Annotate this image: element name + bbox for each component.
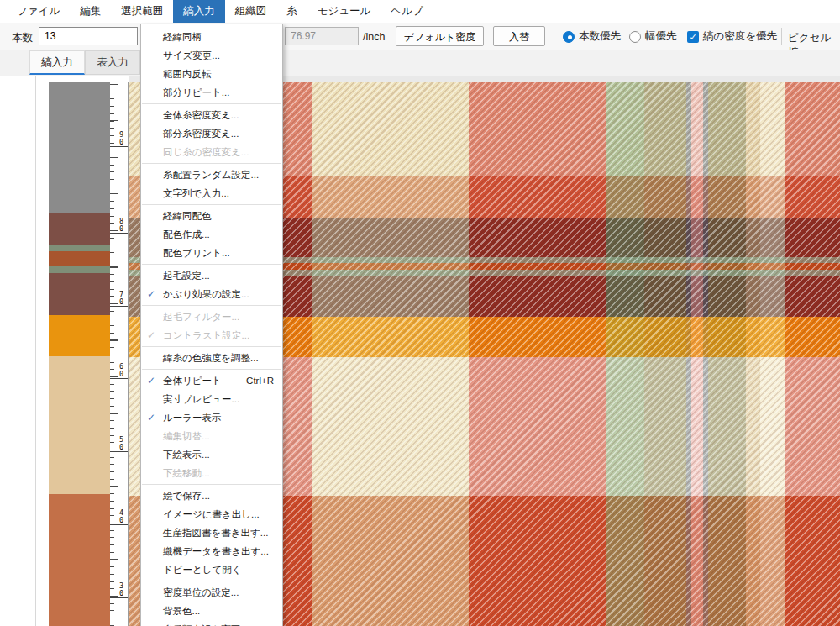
- content-area: 9 08 07 06 05 04 03 0: [0, 76, 840, 626]
- thread-stripe[interactable]: [49, 82, 110, 213]
- menu-item-label: 起毛フィルター...: [163, 312, 239, 322]
- menu-item[interactable]: 配色作成...: [141, 225, 282, 244]
- menu-item[interactable]: 密度単位の設定...: [141, 583, 282, 602]
- menu-item[interactable]: 生産指図書を書き出す...: [141, 523, 282, 542]
- tab-bar: 縞入力表入力: [0, 50, 840, 76]
- menu-separator: [142, 346, 281, 347]
- checkbox-stripe-density-label: 縞の密度を優先: [703, 29, 777, 44]
- ruler-major-tick: [110, 524, 128, 525]
- menu-item-label: 全体糸密度変え...: [163, 110, 239, 120]
- menu-item: 下絵移動...: [141, 464, 282, 482]
- radio-on-icon[interactable]: [563, 31, 575, 43]
- menu-item[interactable]: 全体糸密度変え...: [141, 106, 282, 124]
- menu-item-label: 配色プリント...: [163, 248, 230, 258]
- menu-item[interactable]: 部分リピート...: [141, 83, 282, 102]
- menu-item[interactable]: 範囲内反転: [141, 65, 282, 83]
- menu-item[interactable]: 経緯同配色: [141, 207, 282, 225]
- menu-separator: [142, 305, 281, 306]
- menu-item[interactable]: 背景色...: [141, 602, 282, 620]
- ruler-label: 4 0: [118, 509, 125, 523]
- menubar-item[interactable]: 編集: [70, 0, 111, 23]
- menu-item-label: 生産指図書を書き出す...: [163, 528, 268, 538]
- menu-item-label: ドビーとして開く: [163, 565, 242, 575]
- menu-item[interactable]: 実寸プレビュー...: [141, 390, 282, 408]
- menu-item[interactable]: 織機データを書き出す...: [141, 542, 282, 560]
- menubar-item[interactable]: ヘルプ: [381, 0, 433, 23]
- menu-item[interactable]: 糸種類表記を変更...: [141, 620, 282, 626]
- ruler-label: 7 0: [118, 291, 125, 305]
- menu-item-label: ルーラー表示: [163, 413, 222, 423]
- menu-item[interactable]: イメージに書き出し...: [141, 505, 282, 523]
- ruler-label: 9 0: [118, 131, 125, 145]
- radio-width-priority[interactable]: 幅優先: [629, 29, 677, 44]
- radio-count-priority[interactable]: 本数優先: [563, 29, 621, 44]
- ruler-major-tick: [110, 451, 128, 452]
- menubar-item[interactable]: モジュール: [307, 0, 381, 23]
- menu-separator: [142, 204, 281, 205]
- menu-separator: [142, 103, 281, 104]
- menu-item-label: 部分糸密度変え...: [163, 129, 239, 139]
- menubar-item[interactable]: 縞入力: [173, 0, 225, 23]
- tab-stripe-input[interactable]: 縞入力: [29, 50, 85, 75]
- menu-item-label: 絵で保存...: [163, 491, 210, 501]
- menu-item[interactable]: ✓ルーラー表示: [141, 408, 282, 427]
- menu-item[interactable]: 下絵表示...: [141, 445, 282, 464]
- thread-stripe[interactable]: [49, 315, 110, 356]
- menubar-item[interactable]: 組織図: [225, 0, 277, 23]
- menu-separator: [142, 369, 281, 370]
- swap-button[interactable]: 入替: [493, 26, 545, 46]
- checkbox-checked-icon[interactable]: ✓: [687, 31, 699, 43]
- default-density-button[interactable]: デフォルト密度: [396, 26, 484, 46]
- menu-item: 同じ糸の密度変え...: [141, 143, 282, 161]
- menu-item-label: 経緯同配色: [163, 211, 212, 221]
- ruler-label: 8 0: [118, 218, 125, 232]
- thread-stripe[interactable]: [49, 273, 110, 315]
- menu-separator: [142, 264, 281, 265]
- checkbox-stripe-density[interactable]: ✓ 縞の密度を優先: [687, 29, 777, 44]
- density-input: [285, 27, 359, 45]
- menu-item[interactable]: ✓かぶり効果の設定...: [141, 285, 282, 303]
- weft-thread-column[interactable]: [49, 82, 110, 626]
- menu-item-label: 部分リピート...: [163, 87, 229, 97]
- menu-item-label: イメージに書き出し...: [163, 509, 260, 519]
- menu-item[interactable]: サイズ変更...: [141, 46, 282, 65]
- menu-item-label: 密度単位の設定...: [163, 587, 239, 597]
- menu-item[interactable]: 起毛設定...: [141, 266, 282, 285]
- menu-item[interactable]: 配色プリント...: [141, 244, 282, 262]
- menu-item[interactable]: 部分糸密度変え...: [141, 124, 282, 143]
- radio-off-icon[interactable]: [629, 31, 641, 43]
- thread-stripe[interactable]: [49, 356, 110, 494]
- menu-item[interactable]: 経緯同柄: [141, 28, 282, 46]
- ruler-major-tick: [110, 233, 128, 234]
- menu-item-label: 糸配置ランダム設定...: [163, 170, 259, 180]
- toolbar-separator: [781, 28, 782, 45]
- menu-item[interactable]: 糸配置ランダム設定...: [141, 166, 282, 184]
- menubar-item[interactable]: 選択範囲: [111, 0, 173, 23]
- stripe-input-menu: 経緯同柄サイズ変更...範囲内反転部分リピート...全体糸密度変え...部分糸密…: [140, 24, 283, 626]
- menu-item: 編集切替...: [141, 427, 282, 445]
- menu-item-label: 織機データを書き出す...: [163, 546, 269, 556]
- thread-stripe[interactable]: [49, 494, 110, 626]
- ruler-major-tick: [110, 597, 128, 598]
- thread-stripe[interactable]: [49, 251, 110, 266]
- tab-table-input[interactable]: 表入力: [85, 50, 140, 75]
- ruler-label: 6 0: [118, 363, 125, 377]
- menu-bar: ファイル編集選択範囲縞入力組織図糸モジュールヘルプ: [0, 0, 840, 24]
- menu-item[interactable]: 緯糸の色強度を調整...: [141, 349, 282, 367]
- count-label: 本数: [12, 31, 33, 45]
- thread-stripe[interactable]: [49, 266, 110, 273]
- thread-stripe[interactable]: [49, 213, 110, 245]
- ruler-label: 5 0: [118, 436, 125, 450]
- menu-item[interactable]: 文字列で入力...: [141, 184, 282, 203]
- menu-item[interactable]: ドビーとして開く: [141, 560, 282, 579]
- menubar-item[interactable]: ファイル: [7, 0, 70, 23]
- menu-item[interactable]: ✓Ctrl+R全体リピート: [141, 371, 282, 390]
- menu-item[interactable]: 絵で保存...: [141, 487, 282, 505]
- ruler-major-tick: [110, 378, 128, 379]
- menubar-item[interactable]: 糸: [276, 0, 307, 23]
- menu-item: ✓コントラスト設定...: [141, 326, 282, 345]
- thread-stripe[interactable]: [49, 245, 110, 251]
- menu-item-label: 下絵表示...: [163, 450, 210, 460]
- toolbar: 本数 /inch デフォルト密度 入替 本数優先 幅優先 ✓ 縞の密度を優先 ピ…: [0, 23, 840, 51]
- count-input[interactable]: [39, 27, 138, 45]
